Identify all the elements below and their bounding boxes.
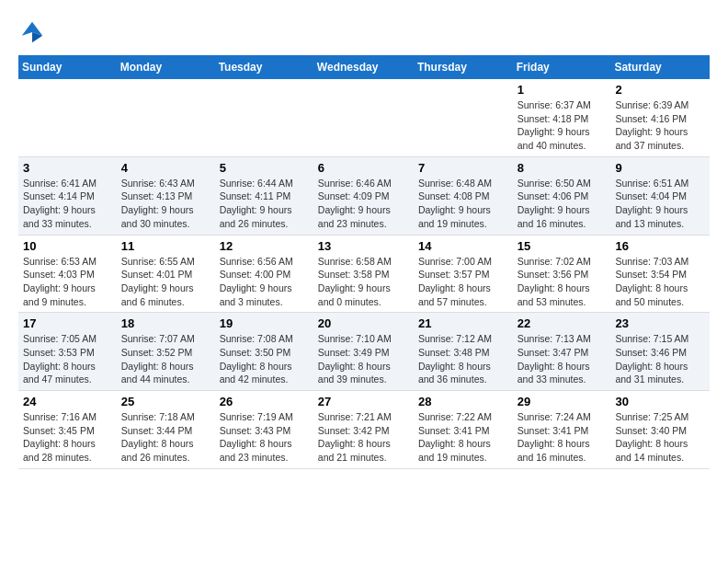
weekday-header: Wednesday <box>313 55 414 79</box>
day-info: Sunrise: 6:51 AM Sunset: 4:04 PM Dayligh… <box>615 177 705 231</box>
calendar-cell: 8Sunrise: 6:50 AM Sunset: 4:06 PM Daylig… <box>513 156 611 235</box>
day-number: 30 <box>615 395 705 408</box>
day-number: 19 <box>220 316 309 330</box>
calendar-cell <box>18 79 117 156</box>
day-number: 15 <box>518 239 607 253</box>
day-info: Sunrise: 6:44 AM Sunset: 4:11 PM Dayligh… <box>220 177 309 231</box>
day-info: Sunrise: 7:05 AM Sunset: 3:53 PM Dayligh… <box>23 332 112 386</box>
calendar-cell: 16Sunrise: 7:03 AM Sunset: 3:54 PM Dayli… <box>610 235 710 313</box>
page-header <box>18 18 710 46</box>
day-info: Sunrise: 6:37 AM Sunset: 4:18 PM Dayligh… <box>518 98 607 153</box>
day-number: 7 <box>418 161 508 175</box>
day-info: Sunrise: 7:10 AM Sunset: 3:49 PM Dayligh… <box>318 332 409 386</box>
day-info: Sunrise: 6:55 AM Sunset: 4:01 PM Dayligh… <box>121 255 210 309</box>
day-number: 8 <box>518 161 607 175</box>
calendar-cell: 5Sunrise: 6:44 AM Sunset: 4:11 PM Daylig… <box>215 156 313 235</box>
day-number: 25 <box>121 395 210 408</box>
day-info: Sunrise: 6:39 AM Sunset: 4:16 PM Dayligh… <box>615 98 705 153</box>
calendar-cell: 19Sunrise: 7:08 AM Sunset: 3:50 PM Dayli… <box>215 313 313 391</box>
weekday-header: Tuesday <box>215 55 313 79</box>
calendar-cell: 10Sunrise: 6:53 AM Sunset: 4:03 PM Dayli… <box>18 235 117 313</box>
calendar-cell: 3Sunrise: 6:41 AM Sunset: 4:14 PM Daylig… <box>18 156 117 235</box>
calendar-cell: 4Sunrise: 6:43 AM Sunset: 4:13 PM Daylig… <box>117 156 215 235</box>
day-number: 17 <box>23 316 112 330</box>
day-info: Sunrise: 7:00 AM Sunset: 3:57 PM Dayligh… <box>418 255 508 309</box>
day-info: Sunrise: 6:46 AM Sunset: 4:09 PM Dayligh… <box>318 177 409 231</box>
weekday-header-row: SundayMondayTuesdayWednesdayThursdayFrid… <box>18 55 710 79</box>
day-number: 22 <box>518 316 607 330</box>
logo <box>18 18 50 46</box>
day-info: Sunrise: 6:53 AM Sunset: 4:03 PM Dayligh… <box>23 255 112 309</box>
day-number: 20 <box>318 316 409 330</box>
day-info: Sunrise: 6:41 AM Sunset: 4:14 PM Dayligh… <box>23 177 112 231</box>
day-number: 4 <box>121 161 210 175</box>
day-info: Sunrise: 7:18 AM Sunset: 3:44 PM Dayligh… <box>121 410 210 465</box>
logo-icon <box>18 18 46 46</box>
day-number: 28 <box>418 395 508 408</box>
calendar-cell: 14Sunrise: 7:00 AM Sunset: 3:57 PM Dayli… <box>414 235 513 313</box>
day-number: 11 <box>121 239 210 253</box>
day-number: 1 <box>518 83 607 97</box>
calendar-cell: 21Sunrise: 7:12 AM Sunset: 3:48 PM Dayli… <box>414 313 513 391</box>
calendar-cell: 13Sunrise: 6:58 AM Sunset: 3:58 PM Dayli… <box>313 235 414 313</box>
day-info: Sunrise: 7:13 AM Sunset: 3:47 PM Dayligh… <box>518 332 607 386</box>
day-number: 29 <box>518 395 607 408</box>
calendar-cell: 7Sunrise: 6:48 AM Sunset: 4:08 PM Daylig… <box>414 156 513 235</box>
day-number: 21 <box>418 316 508 330</box>
day-number: 23 <box>615 316 705 330</box>
day-number: 6 <box>318 161 409 175</box>
calendar-cell: 22Sunrise: 7:13 AM Sunset: 3:47 PM Dayli… <box>513 313 611 391</box>
calendar-cell: 9Sunrise: 6:51 AM Sunset: 4:04 PM Daylig… <box>610 156 710 235</box>
day-info: Sunrise: 6:50 AM Sunset: 4:06 PM Dayligh… <box>518 177 607 231</box>
calendar-week-row: 17Sunrise: 7:05 AM Sunset: 3:53 PM Dayli… <box>18 313 710 391</box>
calendar-cell: 18Sunrise: 7:07 AM Sunset: 3:52 PM Dayli… <box>117 313 215 391</box>
calendar-cell: 25Sunrise: 7:18 AM Sunset: 3:44 PM Dayli… <box>117 391 215 469</box>
day-info: Sunrise: 7:22 AM Sunset: 3:41 PM Dayligh… <box>418 410 508 465</box>
calendar-cell: 2Sunrise: 6:39 AM Sunset: 4:16 PM Daylig… <box>610 79 710 156</box>
calendar-cell: 15Sunrise: 7:02 AM Sunset: 3:56 PM Dayli… <box>513 235 611 313</box>
day-info: Sunrise: 7:25 AM Sunset: 3:40 PM Dayligh… <box>615 410 705 465</box>
day-number: 18 <box>121 316 210 330</box>
day-info: Sunrise: 7:02 AM Sunset: 3:56 PM Dayligh… <box>518 255 607 309</box>
day-info: Sunrise: 7:08 AM Sunset: 3:50 PM Dayligh… <box>220 332 309 386</box>
day-number: 27 <box>318 395 409 408</box>
calendar-cell <box>117 79 215 156</box>
day-info: Sunrise: 7:12 AM Sunset: 3:48 PM Dayligh… <box>418 332 508 386</box>
day-info: Sunrise: 7:24 AM Sunset: 3:41 PM Dayligh… <box>518 410 607 465</box>
calendar-cell: 27Sunrise: 7:21 AM Sunset: 3:42 PM Dayli… <box>313 391 414 469</box>
day-info: Sunrise: 7:16 AM Sunset: 3:45 PM Dayligh… <box>23 410 112 465</box>
calendar-cell: 6Sunrise: 6:46 AM Sunset: 4:09 PM Daylig… <box>313 156 414 235</box>
calendar-cell <box>414 79 513 156</box>
weekday-header: Sunday <box>18 55 117 79</box>
calendar-cell: 12Sunrise: 6:56 AM Sunset: 4:00 PM Dayli… <box>215 235 313 313</box>
calendar-cell: 24Sunrise: 7:16 AM Sunset: 3:45 PM Dayli… <box>18 391 117 469</box>
day-info: Sunrise: 7:07 AM Sunset: 3:52 PM Dayligh… <box>121 332 210 386</box>
day-number: 14 <box>418 239 508 253</box>
calendar-cell: 30Sunrise: 7:25 AM Sunset: 3:40 PM Dayli… <box>610 391 710 469</box>
calendar-cell <box>313 79 414 156</box>
calendar-week-row: 1Sunrise: 6:37 AM Sunset: 4:18 PM Daylig… <box>18 79 710 156</box>
day-number: 16 <box>615 239 705 253</box>
calendar-cell <box>215 79 313 156</box>
weekday-header: Friday <box>513 55 611 79</box>
calendar-cell: 11Sunrise: 6:55 AM Sunset: 4:01 PM Dayli… <box>117 235 215 313</box>
day-number: 13 <box>318 239 409 253</box>
day-number: 24 <box>23 395 112 408</box>
weekday-header: Saturday <box>610 55 710 79</box>
calendar-week-row: 10Sunrise: 6:53 AM Sunset: 4:03 PM Dayli… <box>18 235 710 313</box>
calendar-cell: 29Sunrise: 7:24 AM Sunset: 3:41 PM Dayli… <box>513 391 611 469</box>
weekday-header: Monday <box>117 55 215 79</box>
calendar-cell: 23Sunrise: 7:15 AM Sunset: 3:46 PM Dayli… <box>610 313 710 391</box>
calendar-cell: 1Sunrise: 6:37 AM Sunset: 4:18 PM Daylig… <box>513 79 611 156</box>
calendar-table: SundayMondayTuesdayWednesdayThursdayFrid… <box>18 55 710 469</box>
calendar-cell: 28Sunrise: 7:22 AM Sunset: 3:41 PM Dayli… <box>414 391 513 469</box>
calendar-cell: 26Sunrise: 7:19 AM Sunset: 3:43 PM Dayli… <box>215 391 313 469</box>
day-number: 9 <box>615 161 705 175</box>
day-info: Sunrise: 7:03 AM Sunset: 3:54 PM Dayligh… <box>615 255 705 309</box>
day-number: 12 <box>220 239 309 253</box>
calendar-week-row: 3Sunrise: 6:41 AM Sunset: 4:14 PM Daylig… <box>18 156 710 235</box>
day-info: Sunrise: 7:19 AM Sunset: 3:43 PM Dayligh… <box>220 410 309 465</box>
day-info: Sunrise: 6:56 AM Sunset: 4:00 PM Dayligh… <box>220 255 309 309</box>
day-info: Sunrise: 6:43 AM Sunset: 4:13 PM Dayligh… <box>121 177 210 231</box>
calendar-week-row: 24Sunrise: 7:16 AM Sunset: 3:45 PM Dayli… <box>18 391 710 469</box>
